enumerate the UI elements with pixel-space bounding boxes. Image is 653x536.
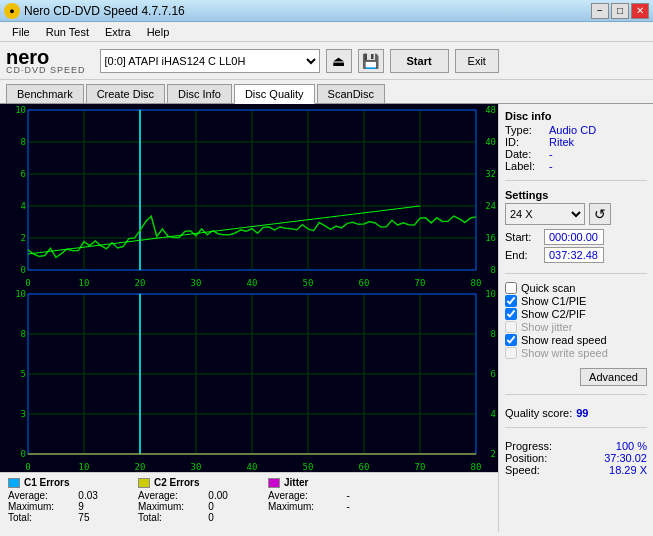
tab-scan-disc[interactable]: ScanDisc [317,84,385,103]
show-jitter-label: Show jitter [521,321,572,333]
maximize-button[interactable]: □ [611,3,629,19]
c2-color-swatch [138,478,150,488]
tab-create-disc[interactable]: Create Disc [86,84,165,103]
disc-id-label: ID: [505,136,545,148]
legend-c1: C1 Errors Average: 0.03 Maximum: 9 Total… [8,477,118,528]
jitter-avg-value: - [346,490,378,501]
end-value: 037:32.48 [544,247,604,263]
end-time-row: End: 037:32.48 [505,247,647,263]
logo-text: nero [6,47,86,67]
start-button[interactable]: Start [390,49,449,73]
exit-button[interactable]: Exit [455,49,499,73]
logo: nero CD·DVD SPEED [6,47,86,75]
disc-id-value: Ritek [549,136,574,148]
jitter-color-swatch [268,478,280,488]
right-panel: Disc info Type: Audio CD ID: Ritek Date:… [499,104,653,532]
progress-row: Progress: 100 % [505,440,647,452]
show-read-speed-label: Show read speed [521,334,607,346]
minimize-button[interactable]: − [591,3,609,19]
position-row: Position: 37:30.02 [505,452,647,464]
bottom-chart [0,288,498,472]
menu-bar: File Run Test Extra Help [0,22,653,42]
c1-total-label: Total: [8,512,74,523]
c1-max-value: 9 [78,501,118,512]
quality-score-row: Quality score: 99 [505,407,647,419]
speed-value: 18.29 X [609,464,647,476]
show-jitter-checkbox[interactable] [505,321,517,333]
menu-run-test[interactable]: Run Test [38,24,97,40]
drive-select[interactable]: [0:0] ATAPI iHAS124 C LL0H [100,49,320,73]
settings-section: Settings 24 X Maximum 4 X 8 X 16 X 32 X … [505,189,647,265]
window-title: Nero CD-DVD Speed 4.7.7.16 [24,4,185,18]
divider-2 [505,273,647,274]
jitter-avg-label: Average: [268,490,342,501]
eject-button[interactable]: ⏏ [326,49,352,73]
menu-file[interactable]: File [4,24,38,40]
c1-max-label: Maximum: [8,501,74,512]
close-button[interactable]: ✕ [631,3,649,19]
save-button[interactable]: 💾 [358,49,384,73]
show-write-speed-checkbox[interactable] [505,347,517,359]
app-icon: ● [4,3,20,19]
speed-select[interactable]: 24 X Maximum 4 X 8 X 16 X 32 X [505,203,585,225]
c1-avg-label: Average: [8,490,74,501]
title-bar: ● Nero CD-DVD Speed 4.7.7.16 − □ ✕ [0,0,653,22]
c1-stats: Average: 0.03 Maximum: 9 Total: 75 [8,490,118,523]
tab-benchmark[interactable]: Benchmark [6,84,84,103]
progress-section: Progress: 100 % Position: 37:30.02 Speed… [505,440,647,476]
show-c1-row: Show C1/PIE [505,295,647,307]
disc-label-row: Label: - [505,160,647,172]
start-time-row: Start: 000:00.00 [505,229,647,245]
c1-label: C1 Errors [24,477,70,488]
show-write-speed-row: Show write speed [505,347,647,359]
start-label: Start: [505,231,540,243]
disc-id-row: ID: Ritek [505,136,647,148]
end-label: End: [505,249,540,261]
menu-help[interactable]: Help [139,24,178,40]
progress-label: Progress: [505,440,552,452]
quick-scan-checkbox[interactable] [505,282,517,294]
jitter-label: Jitter [284,477,308,488]
show-c2-row: Show C2/PIF [505,308,647,320]
legend-area: C1 Errors Average: 0.03 Maximum: 9 Total… [0,472,498,532]
graph-container [0,104,498,472]
advanced-button[interactable]: Advanced [580,368,647,386]
show-c1-checkbox[interactable] [505,295,517,307]
tab-disc-info[interactable]: Disc Info [167,84,232,103]
disc-type-label: Type: [505,124,545,136]
disc-label-value: - [549,160,553,172]
tab-disc-quality[interactable]: Disc Quality [234,84,315,104]
jitter-max-value: - [346,501,378,512]
legend-c2: C2 Errors Average: 0.00 Maximum: 0 Total… [138,477,248,528]
position-value: 37:30.02 [604,452,647,464]
c2-total-label: Total: [138,512,204,523]
c2-label: C2 Errors [154,477,200,488]
logo-sub: CD·DVD SPEED [6,65,86,75]
position-label: Position: [505,452,547,464]
main-content: C1 Errors Average: 0.03 Maximum: 9 Total… [0,104,653,532]
show-write-speed-label: Show write speed [521,347,608,359]
window-controls: − □ ✕ [591,3,649,19]
disc-date-label: Date: [505,148,545,160]
c2-stats: Average: 0.00 Maximum: 0 Total: 0 [138,490,248,523]
menu-extra[interactable]: Extra [97,24,139,40]
disc-date-row: Date: - [505,148,647,160]
divider-3 [505,394,647,395]
disc-type-row: Type: Audio CD [505,124,647,136]
refresh-button[interactable]: ↺ [589,203,611,225]
toolbar: nero CD·DVD SPEED [0:0] ATAPI iHAS124 C … [0,42,653,80]
speed-label: Speed: [505,464,540,476]
c2-total-value: 0 [208,512,248,523]
quick-scan-label: Quick scan [521,282,575,294]
c1-avg-value: 0.03 [78,490,118,501]
show-read-speed-checkbox[interactable] [505,334,517,346]
divider-1 [505,180,647,181]
speed-row: Speed: 18.29 X [505,464,647,476]
speed-row: 24 X Maximum 4 X 8 X 16 X 32 X ↺ [505,203,647,225]
disc-info-title: Disc info [505,110,647,122]
progress-value: 100 % [616,440,647,452]
c2-avg-label: Average: [138,490,204,501]
checkboxes-section: Quick scan Show C1/PIE Show C2/PIF Show … [505,282,647,360]
show-c2-checkbox[interactable] [505,308,517,320]
disc-date-value: - [549,148,553,160]
